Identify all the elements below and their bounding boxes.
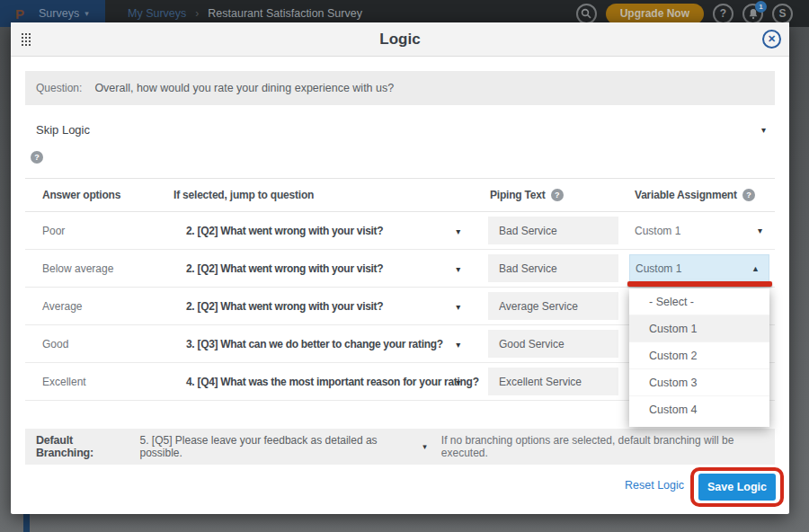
jump-question-select[interactable]: 2. [Q2] What went wrong with your visit?… bbox=[166, 262, 485, 275]
caret-down-icon: ▾ bbox=[456, 263, 460, 273]
answer-option-label: Average bbox=[25, 300, 166, 313]
table-header-row: Answer options If selected, jump to ques… bbox=[25, 178, 775, 212]
logic-modal: Logic ✕ Question: Overall, how would you… bbox=[11, 22, 789, 514]
close-icon: ✕ bbox=[768, 33, 776, 45]
logic-type-value: Skip Logic bbox=[36, 123, 90, 137]
reset-logic-link[interactable]: Reset Logic bbox=[625, 479, 684, 492]
skip-logic-help-icon[interactable]: ? bbox=[31, 151, 43, 164]
variable-dropdown-menu: - Select - Custom 1 Custom 2 Custom 3 Cu… bbox=[629, 288, 769, 427]
help-icon: ? bbox=[720, 7, 726, 20]
header-variable-assignment: Variable Assignment ? bbox=[629, 189, 775, 201]
dropdown-option-custom-3[interactable]: Custom 3 bbox=[629, 369, 769, 396]
answer-option-label: Poor bbox=[25, 225, 166, 237]
account-avatar[interactable]: S bbox=[772, 4, 793, 24]
jump-question-select[interactable]: 2. [Q2] What went wrong with your visit?… bbox=[166, 225, 485, 237]
jump-question-value: 4. [Q4] What was the most important reas… bbox=[186, 376, 479, 388]
app-logo[interactable]: P bbox=[15, 6, 24, 22]
default-branching-select[interactable]: 5. [Q5] Please leave your feedback as de… bbox=[139, 434, 415, 459]
jump-question-select[interactable]: 4. [Q4] What was the most important reas… bbox=[166, 376, 485, 388]
variable-select[interactable]: Custom 1 ▾ bbox=[629, 212, 775, 249]
jump-question-select[interactable]: 2. [Q2] What went wrong with your visit?… bbox=[166, 300, 485, 313]
question-bar: Question: Overall, how would you rate yo… bbox=[25, 71, 775, 105]
chevron-down-icon: ▾ bbox=[84, 9, 89, 18]
breadcrumb-my-surveys[interactable]: My Surveys bbox=[128, 7, 186, 20]
piping-help-icon[interactable]: ? bbox=[551, 189, 564, 201]
default-branching-note: If no branching options are selected, de… bbox=[441, 434, 775, 459]
breadcrumb-current-survey: Restaurant Satisfaction Survey bbox=[208, 7, 362, 20]
table-row: Poor 2. [Q2] What went wrong with your v… bbox=[25, 212, 775, 250]
header-jump-question: If selected, jump to question bbox=[166, 189, 485, 201]
caret-down-icon: ▾ bbox=[456, 301, 460, 311]
jump-question-select[interactable]: 3. [Q3] What can we do better to change … bbox=[166, 338, 485, 350]
variable-value: Custom 1 bbox=[630, 262, 681, 275]
breadcrumb-separator-icon: › bbox=[195, 7, 199, 20]
dropdown-option-custom-1[interactable]: Custom 1 bbox=[629, 315, 769, 342]
variable-help-icon[interactable]: ? bbox=[742, 189, 755, 201]
caret-down-icon: ▾ bbox=[456, 377, 460, 386]
caret-down-icon: ▾ bbox=[422, 442, 427, 451]
default-branching-bar: Default Branching: 5. [Q5] Please leave … bbox=[25, 429, 775, 465]
logic-type-select[interactable]: Skip Logic ▾ bbox=[25, 115, 775, 144]
caret-down-icon: ▾ bbox=[456, 339, 460, 349]
jump-question-value: 2. [Q2] What went wrong with your visit? bbox=[186, 300, 383, 313]
jump-question-value: 3. [Q3] What can we do better to change … bbox=[186, 338, 443, 350]
piping-text-input[interactable] bbox=[488, 292, 618, 320]
upgrade-now-button[interactable]: Upgrade Now bbox=[606, 4, 704, 24]
help-button[interactable]: ? bbox=[713, 4, 733, 24]
piping-text-input[interactable] bbox=[488, 330, 618, 358]
background-sidebar-edge bbox=[23, 514, 30, 532]
avatar-initial: S bbox=[778, 7, 786, 20]
piping-text-input[interactable] bbox=[488, 217, 618, 244]
close-button[interactable]: ✕ bbox=[762, 30, 781, 49]
header-piping-text: Piping Text ? bbox=[485, 189, 629, 201]
caret-up-icon: ▲ bbox=[751, 264, 760, 273]
piping-text-input[interactable] bbox=[488, 254, 618, 282]
save-logic-button[interactable]: Save Logic bbox=[698, 474, 776, 501]
answer-option-label: Below average bbox=[25, 262, 166, 275]
dropdown-option-custom-4[interactable]: Custom 4 bbox=[629, 396, 769, 423]
jump-question-value: 2. [Q2] What went wrong with your visit? bbox=[186, 262, 383, 275]
variable-value: Custom 1 bbox=[629, 225, 680, 237]
nav-surveys-label: Surveys bbox=[39, 7, 79, 20]
modal-title: Logic bbox=[11, 22, 789, 57]
dropdown-option-select[interactable]: - Select - bbox=[629, 288, 769, 315]
answer-option-label: Excellent bbox=[25, 376, 166, 388]
question-text: Overall, how would you rate your dining … bbox=[94, 82, 394, 94]
dropdown-option-custom-2[interactable]: Custom 2 bbox=[629, 342, 769, 369]
annotation-red-underline bbox=[627, 281, 772, 287]
default-branching-label: Default Branching: bbox=[36, 434, 130, 459]
drag-handle-icon[interactable] bbox=[21, 32, 31, 47]
header-piping-text-label: Piping Text bbox=[490, 189, 546, 201]
caret-down-icon: ▾ bbox=[758, 226, 762, 235]
nav-surveys-menu[interactable]: Surveys ▾ bbox=[39, 7, 89, 20]
modal-header: Logic ✕ bbox=[11, 22, 789, 57]
caret-down-icon: ▾ bbox=[456, 226, 460, 235]
jump-question-value: 2. [Q2] What went wrong with your visit? bbox=[186, 225, 383, 237]
search-icon bbox=[581, 8, 591, 19]
header-answer-options: Answer options bbox=[25, 189, 166, 201]
notification-badge: 1 bbox=[755, 1, 767, 13]
notifications-button[interactable]: 1 bbox=[742, 4, 763, 24]
caret-down-icon: ▾ bbox=[761, 125, 766, 135]
search-button[interactable] bbox=[576, 4, 597, 24]
answer-option-label: Good bbox=[25, 338, 166, 350]
header-variable-assignment-label: Variable Assignment bbox=[635, 189, 737, 201]
question-label: Question: bbox=[36, 82, 82, 94]
piping-text-input[interactable] bbox=[488, 368, 618, 395]
